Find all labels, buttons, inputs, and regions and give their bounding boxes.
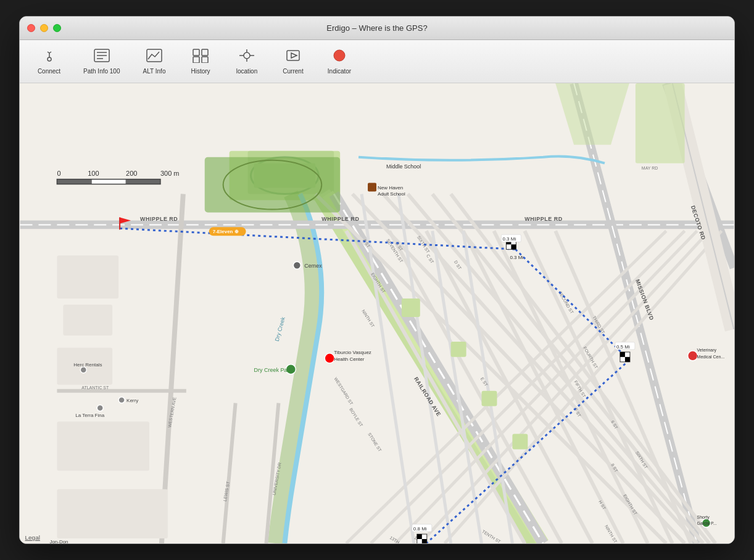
svg-text:0.3 Mi: 0.3 Mi bbox=[510, 255, 523, 260]
svg-text:Legal: Legal bbox=[25, 534, 40, 541]
toolbar-connect[interactable]: Connect bbox=[32, 46, 66, 77]
svg-text:Tiburcio Vasquez: Tiburcio Vasquez bbox=[334, 350, 371, 355]
svg-text:Veterinary: Veterinary bbox=[697, 348, 717, 353]
svg-text:WHIPPLE RD: WHIPPLE RD bbox=[140, 216, 178, 222]
svg-text:300 m: 300 m bbox=[160, 170, 180, 177]
svg-rect-29 bbox=[402, 299, 420, 317]
toolbar-path-info[interactable]: Path Info 100 bbox=[78, 46, 125, 77]
svg-rect-32 bbox=[512, 434, 528, 449]
svg-text:Health Center: Health Center bbox=[334, 356, 365, 362]
svg-rect-31 bbox=[482, 391, 497, 406]
svg-text:Cemex: Cemex bbox=[304, 263, 322, 269]
svg-text:0.3 Mi: 0.3 Mi bbox=[502, 236, 516, 242]
svg-text:WHIPPLE RD: WHIPPLE RD bbox=[524, 216, 562, 222]
svg-text:0: 0 bbox=[57, 170, 60, 177]
svg-text:Kerry: Kerry bbox=[126, 398, 138, 403]
svg-text:Garcia P...: Garcia P... bbox=[697, 521, 717, 525]
svg-rect-86 bbox=[625, 357, 630, 362]
svg-rect-34 bbox=[63, 305, 112, 336]
svg-point-98 bbox=[118, 397, 125, 403]
svg-text:100: 100 bbox=[88, 170, 99, 177]
indicator-label: Indicator bbox=[328, 68, 351, 75]
svg-text:Adult School: Adult School bbox=[378, 191, 405, 197]
connect-icon bbox=[42, 48, 57, 65]
svg-rect-12 bbox=[202, 57, 208, 63]
history-label: History bbox=[191, 68, 210, 75]
maximize-button[interactable] bbox=[53, 24, 61, 32]
svg-text:Dry Creek Park: Dry Creek Park bbox=[254, 367, 292, 373]
svg-rect-90 bbox=[417, 534, 422, 539]
svg-text:Medical Cen...: Medical Cen... bbox=[697, 355, 725, 359]
path-info-label: Path Info 100 bbox=[83, 68, 120, 75]
svg-rect-130 bbox=[57, 179, 91, 184]
svg-rect-37 bbox=[57, 489, 168, 538]
svg-rect-20 bbox=[20, 83, 734, 543]
map-container[interactable]: Dry Creek bbox=[20, 83, 734, 543]
toolbar-history[interactable]: History bbox=[184, 46, 218, 77]
svg-rect-85 bbox=[620, 352, 625, 357]
svg-rect-8 bbox=[147, 49, 162, 62]
svg-text:7-Eleven ⊕: 7-Eleven ⊕ bbox=[213, 229, 239, 234]
map-svg: Dry Creek bbox=[20, 83, 734, 543]
svg-text:Herc Rentals: Herc Rentals bbox=[73, 362, 102, 368]
indicator-icon bbox=[332, 48, 347, 65]
svg-rect-10 bbox=[202, 49, 208, 56]
svg-rect-30 bbox=[451, 342, 466, 357]
titlebar: Erdigo – Where is the GPS? bbox=[20, 17, 734, 40]
svg-point-102 bbox=[293, 261, 300, 269]
svg-rect-33 bbox=[57, 255, 118, 299]
svg-point-19 bbox=[334, 50, 345, 61]
svg-rect-11 bbox=[193, 57, 199, 63]
current-icon bbox=[284, 48, 302, 65]
svg-point-13 bbox=[244, 52, 250, 59]
svg-text:MAY RD: MAY RD bbox=[642, 166, 658, 170]
alt-info-label: ALT Info bbox=[143, 68, 166, 75]
traffic-lights bbox=[27, 24, 61, 32]
close-button[interactable] bbox=[27, 24, 35, 32]
svg-point-108 bbox=[325, 353, 334, 363]
location-icon bbox=[238, 48, 255, 65]
location-label: location bbox=[236, 68, 257, 75]
svg-text:0.5 Mi: 0.5 Mi bbox=[616, 344, 630, 350]
path-info-icon bbox=[93, 48, 110, 65]
svg-point-96 bbox=[80, 367, 86, 373]
minimize-button[interactable] bbox=[40, 24, 48, 32]
svg-text:New Haven: New Haven bbox=[378, 185, 403, 191]
svg-line-3 bbox=[49, 52, 51, 53]
window-title: Erdigo – Where is the GPS? bbox=[326, 23, 427, 33]
svg-rect-36 bbox=[57, 422, 149, 471]
svg-rect-112 bbox=[368, 183, 376, 192]
toolbar: Connect Path Info 100 ALT bbox=[20, 40, 734, 83]
svg-text:Jon-Don: Jon-Don bbox=[49, 539, 68, 543]
toolbar-current[interactable]: Current bbox=[276, 46, 310, 77]
alt-info-icon bbox=[146, 48, 163, 65]
svg-rect-132 bbox=[126, 179, 160, 184]
toolbar-location[interactable]: location bbox=[230, 46, 264, 77]
svg-rect-131 bbox=[91, 179, 126, 184]
svg-text:WHIPPLE RD: WHIPPLE RD bbox=[321, 216, 359, 222]
svg-text:200: 200 bbox=[126, 170, 137, 177]
svg-point-0 bbox=[48, 57, 51, 61]
svg-point-100 bbox=[97, 405, 103, 411]
current-label: Current bbox=[283, 68, 303, 75]
svg-text:ATLANTIC ST: ATLANTIC ST bbox=[81, 385, 109, 390]
svg-rect-9 bbox=[193, 49, 199, 56]
app-window: Erdigo – Where is the GPS? Connect bbox=[19, 16, 735, 544]
svg-rect-38 bbox=[205, 157, 340, 213]
toolbar-indicator[interactable]: Indicator bbox=[323, 46, 357, 77]
svg-rect-91 bbox=[422, 539, 427, 543]
svg-text:La Terra Fina: La Terra Fina bbox=[75, 413, 104, 418]
svg-text:0.8 Mi: 0.8 Mi bbox=[413, 526, 427, 532]
svg-rect-80 bbox=[511, 244, 516, 249]
svg-point-115 bbox=[688, 351, 698, 361]
svg-rect-143 bbox=[636, 83, 685, 163]
toolbar-alt-info[interactable]: ALT Info bbox=[138, 46, 172, 77]
history-icon bbox=[192, 48, 209, 65]
svg-text:Shorty: Shorty bbox=[697, 515, 710, 520]
connect-label: Connect bbox=[38, 68, 60, 75]
svg-text:Middle School: Middle School bbox=[386, 163, 421, 170]
svg-line-2 bbox=[48, 52, 49, 53]
